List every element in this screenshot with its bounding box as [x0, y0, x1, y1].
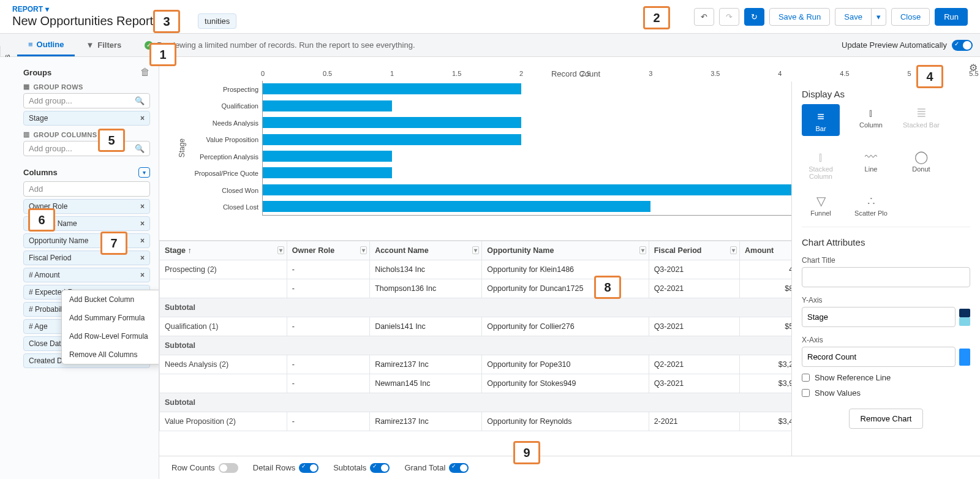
column-pill[interactable]: Fiscal Period×: [23, 251, 150, 265]
column-pill[interactable]: # Amount×: [23, 268, 150, 282]
column-header[interactable]: Fiscal Period▾: [649, 241, 739, 260]
y-axis-label: Stage: [178, 138, 186, 157]
save-dropdown-button[interactable]: ▾: [871, 8, 886, 26]
columns-dropdown-menu: Add Bucket Column Add Summary Formula Ad…: [61, 290, 159, 364]
remove-icon[interactable]: ×: [140, 114, 145, 123]
gear-icon[interactable]: ⚙: [969, 62, 978, 74]
chart-bar[interactable]: [263, 117, 521, 128]
callout-7: 7: [100, 232, 127, 255]
add-group-rows-input[interactable]: Add group... 🔍: [23, 93, 150, 108]
chart-bar[interactable]: [263, 201, 650, 212]
chart-bar[interactable]: [263, 134, 521, 145]
chart-bar[interactable]: [263, 167, 392, 178]
yaxis-select[interactable]: [802, 307, 956, 327]
group-pill-stage[interactable]: Stage ×: [23, 111, 150, 126]
chart-title: Record Count: [178, 69, 974, 78]
save-button[interactable]: Save: [835, 8, 871, 26]
chevron-down-icon[interactable]: ▾: [360, 246, 367, 254]
column-header[interactable]: Opportunity Name▾: [482, 241, 649, 260]
filter-icon: ▼: [86, 40, 94, 50]
auto-update-toggle[interactable]: Update Preview Automatically: [842, 40, 973, 51]
search-icon: 🔍: [135, 144, 145, 153]
report-label-text: REPORT: [12, 5, 43, 13]
display-as-heading: Display As: [802, 89, 970, 99]
xaxis-select[interactable]: [802, 347, 956, 367]
add-column-input[interactable]: Add: [23, 181, 150, 197]
remove-icon[interactable]: ×: [140, 254, 145, 262]
chevron-down-icon[interactable]: ▾: [472, 246, 479, 254]
callout-5: 5: [98, 129, 125, 152]
chart-properties-panel: Display As ≡Bar⫾Column≣Stacked Bar⫿Stack…: [791, 81, 980, 462]
chevron-down-icon[interactable]: ▾: [277, 246, 284, 254]
callout-4: 4: [916, 65, 943, 88]
callout-1: 1: [149, 43, 176, 66]
preview-message: ✓ Previewing a limited number of records…: [145, 40, 415, 50]
refresh-button[interactable]: ↻: [744, 8, 764, 26]
tab-outline[interactable]: ≡Outline: [17, 34, 75, 56]
chart-type-donut[interactable]: ◯Donut: [902, 148, 940, 180]
footer-toggles: Row Counts Detail Rows Subtotals Grand T…: [159, 456, 980, 479]
chart-bar[interactable]: [263, 100, 392, 111]
list-icon: ≡: [28, 40, 33, 49]
yaxis-label: Y-Axis: [802, 296, 970, 304]
groups-heading: Groups: [23, 68, 51, 77]
show-vals-checkbox[interactable]: [802, 389, 810, 397]
chart-title-input[interactable]: [802, 267, 970, 287]
chart-type-funnel[interactable]: ▽Funnel: [802, 192, 840, 217]
chart-type-bar[interactable]: ≡Bar: [802, 104, 840, 136]
column-pill[interactable]: Opportunity Name×: [23, 233, 150, 248]
close-button[interactable]: Close: [891, 8, 930, 26]
remove-icon[interactable]: ×: [140, 219, 145, 228]
trash-icon[interactable]: 🗑: [140, 67, 150, 78]
menu-add-bucket[interactable]: Add Bucket Column: [62, 290, 159, 309]
chart-type-line[interactable]: 〰Line: [852, 148, 890, 180]
chevron-down-icon[interactable]: ▾: [639, 246, 646, 254]
column-header[interactable]: Owner Role▾: [287, 241, 369, 260]
remove-chart-button[interactable]: Remove Chart: [849, 409, 924, 429]
chart-bar[interactable]: [263, 83, 521, 94]
add-group-cols-input[interactable]: Add group... 🔍: [23, 141, 150, 156]
menu-add-summary[interactable]: Add Summary Formula: [62, 309, 159, 327]
chart-attrs-heading: Chart Attributes: [802, 237, 970, 247]
show-ref-checkbox[interactable]: [802, 374, 810, 382]
column-header[interactable]: Stage ↑▾: [160, 241, 287, 260]
callout-2: 2: [643, 6, 670, 29]
run-button[interactable]: Run: [935, 8, 968, 26]
breadcrumb-tag: tunities: [198, 13, 236, 29]
save-run-button[interactable]: Save & Run: [769, 8, 830, 26]
chevron-down-icon[interactable]: ▾: [730, 246, 737, 254]
detail-rows-toggle[interactable]: [299, 463, 318, 473]
redo-button[interactable]: ↷: [719, 8, 739, 26]
remove-icon[interactable]: ×: [140, 202, 145, 211]
columns-heading: Columns: [23, 168, 58, 177]
callout-8: 8: [594, 276, 621, 299]
chart-type-column[interactable]: ⫾Column: [852, 104, 890, 136]
remove-icon[interactable]: ×: [140, 271, 145, 279]
group-rows-label: ▦GROUP ROWS: [23, 83, 150, 91]
remove-icon[interactable]: ×: [140, 236, 145, 245]
chart-type-stacked-column[interactable]: ⫿Stacked Column: [802, 148, 840, 180]
group-cols-label: ▥GROUP COLUMNS: [23, 130, 150, 138]
subtotals-toggle[interactable]: [370, 463, 390, 473]
xaxis-label: X-Axis: [802, 336, 970, 344]
callout-6: 6: [28, 208, 55, 232]
report-title: New Opportunities Report: [12, 14, 153, 28]
chart-title-label: Chart Title: [802, 256, 970, 265]
report-type-label[interactable]: REPORT ▾: [12, 5, 694, 13]
chart-bar[interactable]: [263, 151, 392, 162]
chevron-down-icon: ▾: [45, 5, 49, 13]
grand-total-toggle[interactable]: [449, 463, 469, 473]
menu-add-rowlevel[interactable]: Add Row-Level Formula: [62, 327, 159, 345]
columns-menu-button[interactable]: ▾: [138, 167, 150, 178]
tab-filters[interactable]: ▼Filters: [75, 34, 132, 56]
chart-type-scatter-plo[interactable]: ∴Scatter Plo: [852, 192, 890, 217]
toggle-on-icon[interactable]: [952, 40, 973, 51]
row-counts-toggle[interactable]: [219, 463, 238, 473]
column-header[interactable]: Account Name▾: [370, 241, 482, 260]
chart-type-stacked-bar[interactable]: ≣Stacked Bar: [902, 104, 940, 136]
menu-remove-all[interactable]: Remove All Columns: [62, 345, 159, 364]
callout-3: 3: [153, 10, 180, 33]
undo-button[interactable]: ↶: [694, 8, 714, 26]
callout-9: 9: [513, 441, 540, 464]
search-icon: 🔍: [135, 96, 145, 105]
